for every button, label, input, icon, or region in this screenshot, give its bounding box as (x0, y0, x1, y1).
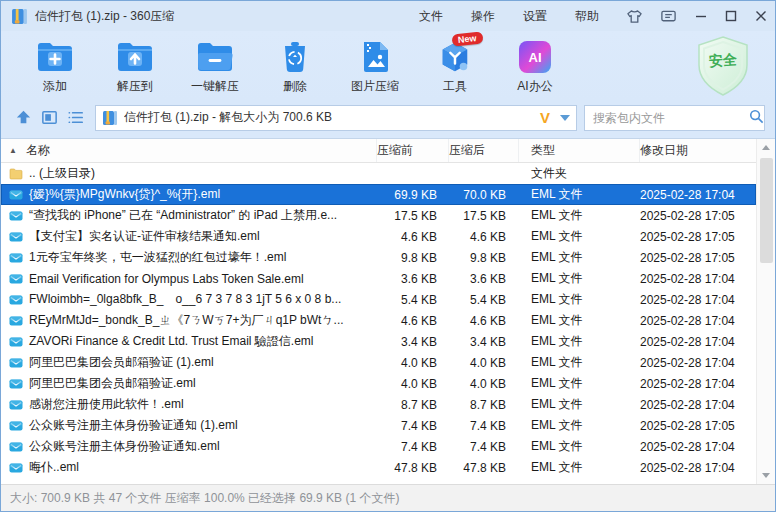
size-after: 4.6 KB (449, 314, 519, 328)
table-row[interactable]: 晦仆..eml 47.8 KB 47.8 KB EML 文件 2025-02-2… (1, 457, 756, 478)
column-header-size-before[interactable]: 压缩前 (377, 139, 449, 162)
toolbar-label: 添加 (43, 78, 67, 95)
feedback-icon[interactable] (659, 7, 677, 25)
image-document-icon (358, 39, 392, 75)
modified-date: 2025-02-28 17:04 (640, 440, 756, 454)
size-after: 47.8 KB (449, 461, 519, 475)
modified-date: 2025-02-28 17:04 (640, 188, 756, 202)
menu-settings[interactable]: 设置 (523, 8, 547, 25)
file-type: EML 文件 (519, 291, 640, 308)
file-name: 感谢您注册使用此软件！.eml (29, 396, 184, 413)
list-view-icon[interactable] (63, 107, 87, 129)
file-type: EML 文件 (519, 375, 640, 392)
size-after: 7.4 KB (449, 440, 519, 454)
tools-button[interactable]: New 工具 (415, 35, 495, 95)
extract-to-button[interactable]: 解压到 (95, 35, 175, 95)
size-after: 17.5 KB (449, 209, 519, 223)
size-before: 17.5 KB (377, 209, 449, 223)
search-box[interactable] (584, 105, 765, 131)
delete-button[interactable]: 删除 (255, 35, 335, 95)
file-name: 1元夺宝年终奖，屯一波猛烈的红包过壕年！.eml (29, 249, 286, 266)
column-header-size-after[interactable]: 压缩后 (449, 139, 519, 162)
add-folder-icon (35, 39, 75, 75)
archive-path-text: 信件打包 (1).zip - 解包大小为 700.6 KB (124, 109, 540, 126)
table-row[interactable]: “查找我的 iPhone” 已在 “Administrator” 的 iPad … (1, 205, 756, 226)
menu-help[interactable]: 帮助 (575, 8, 599, 25)
maximize-button[interactable] (723, 8, 739, 24)
eml-file-icon (9, 209, 23, 223)
close-button[interactable] (753, 8, 769, 24)
one-click-extract-button[interactable]: 一键解压 (175, 35, 255, 95)
modified-date: 2025-02-28 17:04 (640, 356, 756, 370)
column-header-name[interactable]: ▲ 名称 (1, 139, 377, 162)
table-row[interactable]: 【支付宝】实名认证-证件审核结果通知.eml 4.6 KB 4.6 KB EML… (1, 226, 756, 247)
file-name: {嫒}%{票}MPgWnkv{贷}^_%{开}.eml (29, 186, 220, 203)
table-row[interactable]: {嫒}%{票}MPgWnkv{贷}^_%{开}.eml 69.9 KB 70.0… (1, 184, 756, 205)
skin-theme-icon[interactable] (625, 7, 643, 25)
ai-office-button[interactable]: AI AI办公 (495, 35, 575, 95)
toolbar-label: AI办公 (517, 78, 552, 95)
status-text: 大小: 700.9 KB 共 47 个文件 压缩率 100.0% 已经选择 69… (10, 490, 399, 507)
size-before: 4.0 KB (377, 377, 449, 391)
view-mode-icon[interactable] (37, 107, 61, 129)
up-directory-icon[interactable] (11, 107, 35, 129)
table-row[interactable]: FWloimbh=_0lga8bfk_B_ o__6 7 3 7 8 3 1jT… (1, 289, 756, 310)
file-type: EML 文件 (519, 417, 640, 434)
search-input[interactable] (593, 111, 748, 125)
file-type: EML 文件 (519, 207, 640, 224)
table-row[interactable]: ZAVORi Finance & Credit Ltd. Trust Email… (1, 331, 756, 352)
eml-file-icon (9, 356, 23, 370)
eml-file-icon (9, 440, 23, 454)
size-before: 9.8 KB (377, 251, 449, 265)
combobox-dropdown-arrow-icon[interactable] (560, 115, 570, 121)
toolbar-label: 图片压缩 (351, 78, 399, 95)
titlebar-tools (625, 7, 677, 25)
security-shield[interactable]: 安全 (693, 35, 753, 97)
toolbar: 添加 解压到 一键解压 删除 图片压缩 New (1, 31, 775, 101)
modified-date: 2025-02-28 17:04 (640, 461, 756, 475)
toolbar-label: 解压到 (117, 78, 153, 95)
scroll-up-icon[interactable] (757, 139, 775, 156)
archive-path-combobox[interactable]: 信件打包 (1).zip - 解包大小为 700.6 KB V (95, 105, 577, 131)
scroll-down-icon[interactable] (757, 467, 775, 484)
status-bar: 大小: 700.9 KB 共 47 个文件 压缩率 100.0% 已经选择 69… (1, 484, 775, 511)
size-before: 69.9 KB (377, 188, 449, 202)
scrollbar-thumb[interactable] (760, 158, 773, 263)
eml-file-icon (9, 293, 23, 307)
table-row[interactable]: Email Verification for Olympus Labs Toke… (1, 268, 756, 289)
modified-date: 2025-02-28 17:05 (640, 209, 756, 223)
table-row[interactable]: 公众账号注册主体身份验证通知.eml 7.4 KB 7.4 KB EML 文件 … (1, 436, 756, 457)
search-icon[interactable] (748, 108, 765, 128)
table-row[interactable]: 感谢您注册使用此软件！.eml 8.7 KB 8.7 KB EML 文件 202… (1, 394, 756, 415)
table-row[interactable]: REyMrMtJd=_bondk_B_ㄓ《7ㄋWㄎ7+为厂ㄐq1P bWtㄅ..… (1, 310, 756, 331)
add-button[interactable]: 添加 (15, 35, 95, 95)
scrollbar-track[interactable] (757, 156, 775, 467)
table-row[interactable]: .. (上级目录) 文件夹 (1, 163, 756, 184)
image-compress-button[interactable]: 图片压缩 (335, 35, 415, 95)
vip-v-icon[interactable]: V (540, 109, 550, 126)
modified-date: 2025-02-28 17:05 (640, 230, 756, 244)
file-rows: .. (上级目录) 文件夹 {嫒}%{票}MPgWnkv{贷}^_%{开}.em… (1, 163, 756, 478)
file-name: 【支付宝】实名认证-证件审核结果通知.eml (29, 228, 260, 245)
modified-date: 2025-02-28 17:05 (640, 251, 756, 265)
minimize-button[interactable] (693, 8, 709, 24)
folder-icon (9, 167, 23, 181)
size-after: 8.7 KB (449, 398, 519, 412)
vertical-scrollbar[interactable] (756, 139, 775, 484)
file-name: 阿里巴巴集团会员邮箱验证.eml (29, 375, 196, 392)
table-row[interactable]: 阿里巴巴集团会员邮箱验证.eml 4.0 KB 4.0 KB EML 文件 20… (1, 373, 756, 394)
column-header-type[interactable]: 类型 (519, 139, 640, 162)
menu-file[interactable]: 文件 (419, 8, 443, 25)
menu-action[interactable]: 操作 (471, 8, 495, 25)
eml-file-icon (9, 419, 23, 433)
column-header-date[interactable]: 修改日期 (640, 139, 756, 162)
list-header: ▲ 名称 压缩前 压缩后 类型 修改日期 (1, 139, 756, 163)
file-type: EML 文件 (519, 228, 640, 245)
size-before: 47.8 KB (377, 461, 449, 475)
table-row[interactable]: 阿里巴巴集团会员邮箱验证 (1).eml 4.0 KB 4.0 KB EML 文… (1, 352, 756, 373)
size-after: 70.0 KB (449, 188, 519, 202)
table-row[interactable]: 公众账号注册主体身份验证通知 (1).eml 7.4 KB 7.4 KB EML… (1, 415, 756, 436)
table-row[interactable]: 1元夺宝年终奖，屯一波猛烈的红包过壕年！.eml 9.8 KB 9.8 KB E… (1, 247, 756, 268)
address-bar: 信件打包 (1).zip - 解包大小为 700.6 KB V (1, 101, 775, 139)
size-after: 4.0 KB (449, 356, 519, 370)
